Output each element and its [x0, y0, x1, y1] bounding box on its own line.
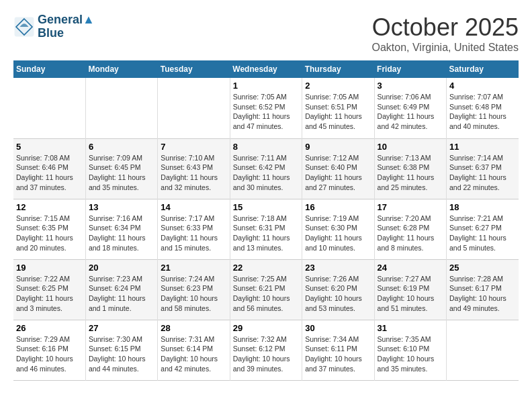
- weekday-header-saturday: Saturday: [447, 60, 519, 78]
- day-number: 9: [305, 142, 371, 152]
- calendar-cell: 22Sunrise: 7:25 AMSunset: 6:21 PMDayligh…: [230, 259, 302, 320]
- calendar-cell: 8Sunrise: 7:11 AMSunset: 6:42 PMDaylight…: [230, 138, 302, 199]
- calendar-cell: 26Sunrise: 7:29 AMSunset: 6:16 PMDayligh…: [13, 320, 85, 380]
- calendar-cell: 16Sunrise: 7:19 AMSunset: 6:30 PMDayligh…: [302, 199, 374, 259]
- day-info: Sunrise: 7:07 AMSunset: 6:48 PMDaylight:…: [449, 92, 516, 132]
- weekday-header-wednesday: Wednesday: [230, 60, 302, 78]
- week-row-2: 5Sunrise: 7:08 AMSunset: 6:46 PMDaylight…: [13, 138, 519, 199]
- day-info: Sunrise: 7:17 AMSunset: 6:33 PMDaylight:…: [161, 214, 226, 253]
- day-info: Sunrise: 7:23 AMSunset: 6:24 PMDaylight:…: [89, 274, 154, 314]
- day-info: Sunrise: 7:34 AMSunset: 6:11 PMDaylight:…: [305, 334, 371, 374]
- day-info: Sunrise: 7:35 AMSunset: 6:10 PMDaylight:…: [378, 334, 443, 374]
- logo: General▲ Blue: [13, 13, 95, 40]
- calendar-cell: 20Sunrise: 7:23 AMSunset: 6:24 PMDayligh…: [85, 259, 157, 320]
- day-info: Sunrise: 7:24 AMSunset: 6:23 PMDaylight:…: [161, 274, 226, 314]
- day-info: Sunrise: 7:06 AMSunset: 6:49 PMDaylight:…: [378, 92, 443, 132]
- day-number: 13: [89, 202, 154, 212]
- weekday-header-friday: Friday: [374, 60, 446, 78]
- day-info: Sunrise: 7:31 AMSunset: 6:14 PMDaylight:…: [161, 334, 226, 374]
- day-number: 26: [16, 323, 83, 333]
- day-number: 17: [378, 202, 443, 212]
- calendar-cell: 12Sunrise: 7:15 AMSunset: 6:35 PMDayligh…: [13, 199, 85, 259]
- day-number: 15: [233, 202, 299, 212]
- day-info: Sunrise: 7:10 AMSunset: 6:43 PMDaylight:…: [161, 153, 226, 193]
- calendar-cell: 23Sunrise: 7:26 AMSunset: 6:20 PMDayligh…: [302, 259, 374, 320]
- day-info: Sunrise: 7:19 AMSunset: 6:30 PMDaylight:…: [305, 214, 371, 253]
- calendar-cell: 7Sunrise: 7:10 AMSunset: 6:43 PMDaylight…: [158, 138, 230, 199]
- calendar-table: SundayMondayTuesdayWednesdayThursdayFrid…: [13, 60, 519, 381]
- day-info: Sunrise: 7:09 AMSunset: 6:45 PMDaylight:…: [89, 153, 154, 193]
- day-number: 25: [449, 263, 516, 273]
- day-info: Sunrise: 7:25 AMSunset: 6:21 PMDaylight:…: [233, 274, 299, 314]
- page-header: General▲ Blue October 2025 Oakton, Virgi…: [13, 13, 519, 54]
- calendar-cell: 24Sunrise: 7:27 AMSunset: 6:19 PMDayligh…: [374, 259, 446, 320]
- location: Oakton, Virginia, United States: [372, 42, 519, 54]
- weekday-header-row: SundayMondayTuesdayWednesdayThursdayFrid…: [13, 60, 519, 78]
- week-row-4: 19Sunrise: 7:22 AMSunset: 6:25 PMDayligh…: [13, 259, 519, 320]
- weekday-header-monday: Monday: [85, 60, 157, 78]
- day-info: Sunrise: 7:18 AMSunset: 6:31 PMDaylight:…: [233, 214, 299, 253]
- calendar-cell: 29Sunrise: 7:32 AMSunset: 6:12 PMDayligh…: [230, 320, 302, 380]
- day-info: Sunrise: 7:29 AMSunset: 6:16 PMDaylight:…: [16, 334, 83, 374]
- day-info: Sunrise: 7:12 AMSunset: 6:40 PMDaylight:…: [305, 153, 371, 193]
- day-info: Sunrise: 7:05 AMSunset: 6:52 PMDaylight:…: [233, 92, 299, 132]
- calendar-cell: 3Sunrise: 7:06 AMSunset: 6:49 PMDaylight…: [374, 78, 446, 138]
- calendar-cell: [447, 320, 519, 380]
- day-info: Sunrise: 7:30 AMSunset: 6:15 PMDaylight:…: [89, 334, 154, 374]
- day-number: 19: [16, 263, 83, 273]
- day-info: Sunrise: 7:11 AMSunset: 6:42 PMDaylight:…: [233, 153, 299, 193]
- calendar-cell: 10Sunrise: 7:13 AMSunset: 6:38 PMDayligh…: [374, 138, 446, 199]
- day-number: 31: [378, 323, 443, 333]
- day-number: 2: [305, 81, 371, 91]
- day-number: 11: [449, 142, 516, 152]
- calendar-cell: [85, 78, 157, 138]
- day-number: 8: [233, 142, 299, 152]
- calendar-cell: 13Sunrise: 7:16 AMSunset: 6:34 PMDayligh…: [85, 199, 157, 259]
- day-number: 10: [378, 142, 443, 152]
- day-number: 20: [89, 263, 154, 273]
- day-info: Sunrise: 7:27 AMSunset: 6:19 PMDaylight:…: [378, 274, 443, 314]
- calendar-cell: 21Sunrise: 7:24 AMSunset: 6:23 PMDayligh…: [158, 259, 230, 320]
- day-number: 18: [449, 202, 516, 212]
- day-info: Sunrise: 7:14 AMSunset: 6:37 PMDaylight:…: [449, 153, 516, 193]
- calendar-cell: 9Sunrise: 7:12 AMSunset: 6:40 PMDaylight…: [302, 138, 374, 199]
- day-number: 7: [161, 142, 226, 152]
- day-number: 4: [449, 81, 516, 91]
- calendar-cell: 15Sunrise: 7:18 AMSunset: 6:31 PMDayligh…: [230, 199, 302, 259]
- day-info: Sunrise: 7:16 AMSunset: 6:34 PMDaylight:…: [89, 214, 154, 253]
- day-number: 14: [161, 202, 226, 212]
- day-number: 29: [233, 323, 299, 333]
- calendar-cell: [158, 78, 230, 138]
- weekday-header-tuesday: Tuesday: [158, 60, 230, 78]
- calendar-cell: 11Sunrise: 7:14 AMSunset: 6:37 PMDayligh…: [447, 138, 519, 199]
- day-number: 24: [378, 263, 443, 273]
- calendar-cell: 4Sunrise: 7:07 AMSunset: 6:48 PMDaylight…: [447, 78, 519, 138]
- calendar-cell: 1Sunrise: 7:05 AMSunset: 6:52 PMDaylight…: [230, 78, 302, 138]
- day-number: 16: [305, 202, 371, 212]
- calendar-cell: 30Sunrise: 7:34 AMSunset: 6:11 PMDayligh…: [302, 320, 374, 380]
- calendar-cell: 25Sunrise: 7:28 AMSunset: 6:17 PMDayligh…: [447, 259, 519, 320]
- calendar-cell: 14Sunrise: 7:17 AMSunset: 6:33 PMDayligh…: [158, 199, 230, 259]
- day-number: 30: [305, 323, 371, 333]
- day-info: Sunrise: 7:05 AMSunset: 6:51 PMDaylight:…: [305, 92, 371, 132]
- calendar-cell: 17Sunrise: 7:20 AMSunset: 6:28 PMDayligh…: [374, 199, 446, 259]
- week-row-3: 12Sunrise: 7:15 AMSunset: 6:35 PMDayligh…: [13, 199, 519, 259]
- day-info: Sunrise: 7:32 AMSunset: 6:12 PMDaylight:…: [233, 334, 299, 374]
- day-number: 5: [16, 142, 83, 152]
- day-info: Sunrise: 7:08 AMSunset: 6:46 PMDaylight:…: [16, 153, 83, 193]
- day-number: 22: [233, 263, 299, 273]
- day-info: Sunrise: 7:26 AMSunset: 6:20 PMDaylight:…: [305, 274, 371, 314]
- calendar-cell: 6Sunrise: 7:09 AMSunset: 6:45 PMDaylight…: [85, 138, 157, 199]
- calendar-cell: 19Sunrise: 7:22 AMSunset: 6:25 PMDayligh…: [13, 259, 85, 320]
- week-row-1: 1Sunrise: 7:05 AMSunset: 6:52 PMDaylight…: [13, 78, 519, 138]
- day-number: 28: [161, 323, 226, 333]
- weekday-header-thursday: Thursday: [302, 60, 374, 78]
- day-number: 23: [305, 263, 371, 273]
- logo-text: General▲ Blue: [38, 13, 95, 40]
- week-row-5: 26Sunrise: 7:29 AMSunset: 6:16 PMDayligh…: [13, 320, 519, 380]
- day-info: Sunrise: 7:21 AMSunset: 6:27 PMDaylight:…: [449, 214, 516, 253]
- day-number: 1: [233, 81, 299, 91]
- logo-icon: [13, 16, 35, 38]
- day-info: Sunrise: 7:15 AMSunset: 6:35 PMDaylight:…: [16, 214, 83, 253]
- calendar-cell: 28Sunrise: 7:31 AMSunset: 6:14 PMDayligh…: [158, 320, 230, 380]
